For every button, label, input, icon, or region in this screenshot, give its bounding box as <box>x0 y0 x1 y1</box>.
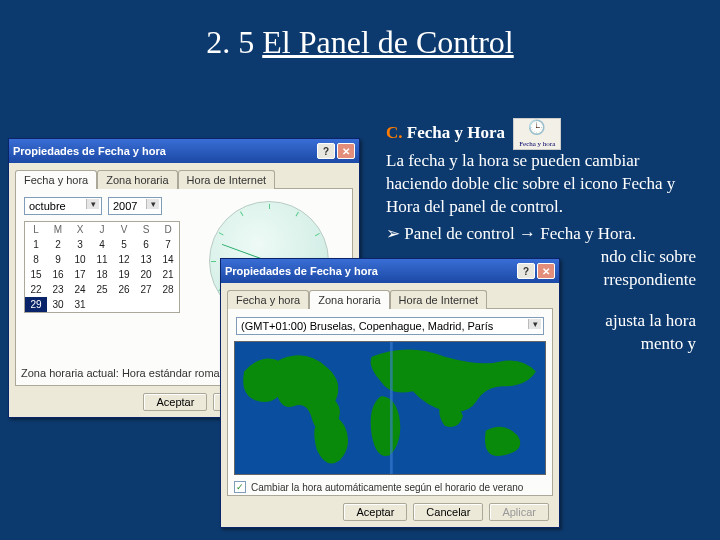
tab-fecha-hora[interactable]: Fecha y hora <box>227 290 309 309</box>
ok-button[interactable]: Aceptar <box>143 393 207 411</box>
tabs-row: Fecha y hora Zona horaria Hora de Intern… <box>227 289 553 308</box>
world-map[interactable] <box>234 341 546 475</box>
titlebar[interactable]: Propiedades de Fecha y hora ? ✕ <box>221 259 559 283</box>
slide-title: 2. 5 El Panel de Control <box>0 0 720 73</box>
tab-hora-internet[interactable]: Hora de Internet <box>390 290 488 309</box>
ok-button[interactable]: Aceptar <box>343 503 407 521</box>
close-button[interactable]: ✕ <box>537 263 555 279</box>
c-title: Fecha y Hora <box>407 123 505 142</box>
title-number: 2. 5 <box>206 24 254 60</box>
bullet1-pre: Panel de control <box>404 224 519 243</box>
help-button[interactable]: ? <box>517 263 535 279</box>
cancel-button[interactable]: Cancelar <box>413 503 483 521</box>
c-label: C. <box>386 123 407 142</box>
dst-label: Cambiar la hora automáticamente según el… <box>251 482 523 493</box>
title-text: El Panel de Control <box>262 24 514 60</box>
current-tz-label: Zona horaria actual: Hora estándar roman… <box>21 367 237 379</box>
dialog-title: Propiedades de Fecha y hora <box>13 145 166 157</box>
close-button[interactable]: ✕ <box>337 143 355 159</box>
arrow-icon: → <box>519 224 536 243</box>
tab-fecha-hora[interactable]: Fecha y hora <box>15 170 97 189</box>
tab-hora-internet[interactable]: Hora de Internet <box>178 170 276 189</box>
fecha-hora-icon: Fecha y hora <box>513 118 561 150</box>
bullet-1: ➢ Panel de control → Fecha y Hora. <box>386 223 696 246</box>
titlebar[interactable]: Propiedades de Fecha y hora ? ✕ <box>9 139 359 163</box>
dst-checkbox[interactable]: ✓ <box>234 481 246 493</box>
calendar[interactable]: LMXJVSD123456789101112131415161718192021… <box>24 221 180 313</box>
apply-button[interactable]: Aplicar <box>489 503 549 521</box>
tabs-row: Fecha y hora Zona horaria Hora de Intern… <box>15 169 353 188</box>
datetime-dialog-2: Propiedades de Fecha y hora ? ✕ Fecha y … <box>220 258 560 528</box>
help-button[interactable]: ? <box>317 143 335 159</box>
timezone-select[interactable]: (GMT+01:00) Bruselas, Copenhague, Madrid… <box>236 317 544 335</box>
tab-panel: (GMT+01:00) Bruselas, Copenhague, Madrid… <box>227 308 553 496</box>
month-select[interactable]: octubre <box>24 197 102 215</box>
svg-rect-1 <box>390 342 393 474</box>
dialog-title: Propiedades de Fecha y hora <box>225 265 378 277</box>
icon-caption: Fecha y hora <box>514 141 560 148</box>
year-select[interactable]: 2007 <box>108 197 162 215</box>
bullet1-post: Fecha y Hora. <box>536 224 636 243</box>
tab-zona-horaria[interactable]: Zona horaria <box>97 170 177 189</box>
paragraph-1: La fecha y la hora se pueden cambiar hac… <box>386 150 696 219</box>
tab-zona-horaria[interactable]: Zona horaria <box>309 290 389 309</box>
